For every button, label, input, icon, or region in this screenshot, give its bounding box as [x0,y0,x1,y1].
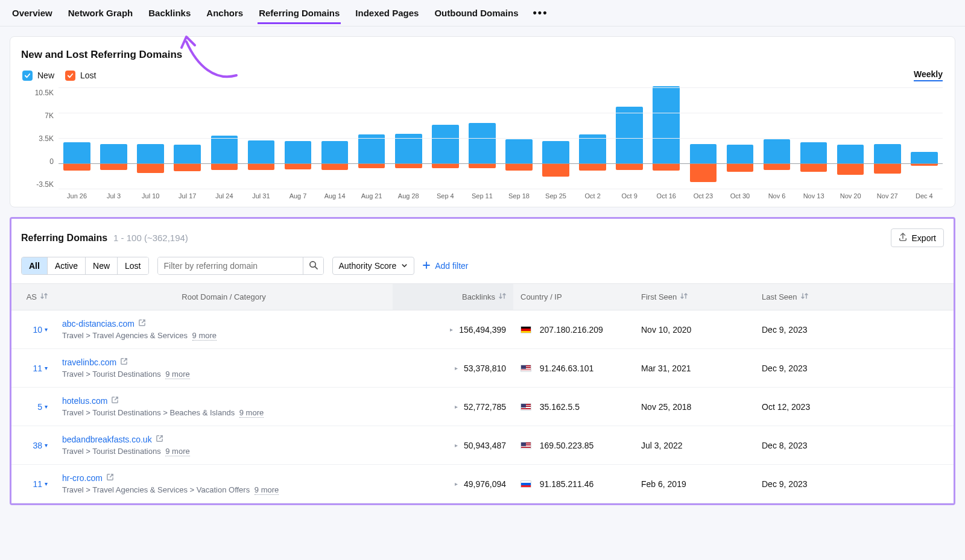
bar-new [690,144,717,163]
domain-link[interactable]: hotelus.com [62,396,119,406]
grid-line [59,163,943,164]
cell-backlinks[interactable]: ▸156,494,399 [393,310,513,348]
sort-dropdown-label: Authority Score [339,261,397,271]
bar-lost [248,163,275,170]
sort-dropdown[interactable]: Authority Score [332,257,415,275]
chart-panel-title: New and Lost Referring Domains [17,46,948,69]
bar-new [211,136,238,163]
bar-new [63,142,90,163]
category-more-link[interactable]: 9 more [192,331,217,341]
legend-item-lost[interactable]: Lost [65,71,96,81]
bar-lost [764,163,791,170]
cell-as[interactable]: 5 ▾ [11,388,55,426]
bar-new [432,125,459,163]
category-more-link[interactable]: 9 more [165,370,189,379]
th-first-label: First Seen [641,292,677,301]
cell-ip: 91.185.211.46 [513,465,634,503]
th-first-seen[interactable]: First Seen [634,284,755,310]
tab-overview[interactable]: Overview [11,2,54,24]
xtick-label: Dec 4 [906,192,943,200]
domain-link[interactable]: travelinbc.com [62,357,128,367]
cell-domain: abc-distancias.com Travel > Travel Agenc… [55,310,393,348]
th-last-seen[interactable]: Last Seen [755,284,954,310]
xtick-label: Nov 20 [832,192,869,200]
th-as[interactable]: AS [11,284,55,310]
add-filter-button[interactable]: Add filter [423,261,468,271]
plus-icon [423,261,430,271]
xtick-label: Oct 30 [721,192,758,200]
category-more-link[interactable]: 9 more [165,447,189,456]
cell-as[interactable]: 11 ▾ [11,465,55,503]
bar-new [542,141,569,163]
th-country-ip[interactable]: Country / IP [513,284,634,310]
report-tabs: OverviewNetwork GraphBacklinksAnchorsRef… [0,0,965,27]
cell-as[interactable]: 38 ▾ [11,426,55,464]
category-more-link[interactable]: 9 more [255,485,279,495]
sort-icon [680,292,688,301]
segment-lost[interactable]: Lost [118,257,148,274]
bar-lost [653,163,680,171]
xtick-label: Aug 28 [390,192,427,200]
cell-backlinks[interactable]: ▸50,943,487 [393,426,513,464]
cell-backlinks[interactable]: ▸53,378,810 [393,349,513,387]
cell-backlinks[interactable]: ▸49,976,094 [393,465,513,503]
export-button[interactable]: Export [891,228,944,247]
cell-as[interactable]: 10 ▾ [11,310,55,348]
th-backlinks[interactable]: Backlinks [393,284,513,310]
legend-swatch-new [22,71,33,81]
segment-active[interactable]: Active [48,257,86,274]
th-domain-label: Root Domain / Category [182,292,265,301]
tab-network-graph[interactable]: Network Graph [67,2,134,24]
th-ip-label: Country / IP [520,292,562,301]
tab-referring-domains[interactable]: Referring Domains [258,2,341,24]
tab-backlinks[interactable]: Backlinks [147,2,192,24]
flag-icon [520,442,531,449]
category-path: Travel > Tourist Destinations 9 more [62,370,190,379]
domain-filter-input[interactable] [158,257,303,274]
cell-last-seen: Dec 8, 2023 [755,426,954,464]
cell-domain: hr-cro.com Travel > Travel Agencies & Se… [55,465,393,503]
segment-all[interactable]: All [22,257,48,274]
bar-lost [100,163,127,170]
domain-link[interactable]: abc-distancias.com [62,319,146,329]
xtick-label: Sep 11 [464,192,501,200]
th-domain[interactable]: Root Domain / Category [55,284,393,310]
cell-last-seen: Oct 12, 2023 [755,388,954,426]
category-more-link[interactable]: 9 more [239,408,264,418]
status-segment: AllActiveNewLost [21,257,149,275]
ytick-label: 7K [45,112,54,120]
th-last-label: Last Seen [762,292,797,301]
cell-ip: 91.246.63.101 [513,349,634,387]
search-icon [309,260,318,271]
grid-line [59,113,943,113]
cell-domain: bedandbreakfasts.co.uk Travel > Tourist … [55,426,393,464]
legend-item-new[interactable]: New [22,71,54,81]
period-selector[interactable]: Weekly [914,69,943,81]
tab-outbound-domains[interactable]: Outbound Domains [433,2,519,24]
grid-line [59,189,943,189]
chart-title-text: New and Lost Referring Domains [21,49,182,61]
tab-anchors[interactable]: Anchors [205,2,244,24]
table-row: 11 ▾ hr-cro.com Travel > Travel Agencies… [11,465,954,503]
domain-link[interactable]: hr-cro.com [62,473,114,483]
cell-as[interactable]: 11 ▾ [11,349,55,387]
domain-link[interactable]: bedandbreakfasts.co.uk [62,435,163,444]
xtick-label: Nov 27 [869,192,906,200]
bar-new [137,144,164,163]
cell-backlinks[interactable]: ▸52,772,785 [393,388,513,426]
bar-new [727,145,754,163]
category-path: Travel > Travel Agencies & Services 9 mo… [62,331,217,340]
table-row: 11 ▾ travelinbc.com Travel > Tourist Des… [11,349,954,388]
chevron-right-icon: ▸ [450,326,453,333]
segment-new[interactable]: New [86,257,118,274]
cell-first-seen: Jul 3, 2022 [634,426,755,464]
bar-new [764,139,791,163]
external-link-icon [138,319,146,329]
category-path: Travel > Travel Agencies & Services > Va… [62,485,279,494]
th-as-label: AS [27,292,37,301]
more-tabs-icon[interactable]: ••• [533,7,548,19]
search-button[interactable] [303,257,323,274]
bar-new [321,141,349,163]
tab-indexed-pages[interactable]: Indexed Pages [354,2,420,24]
grid-line [59,138,943,139]
